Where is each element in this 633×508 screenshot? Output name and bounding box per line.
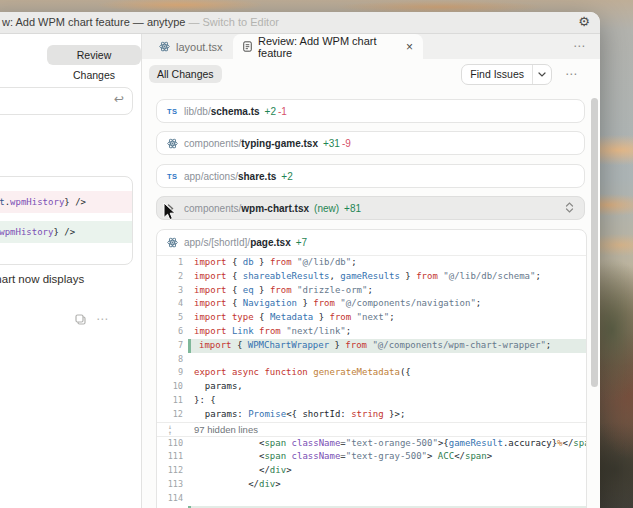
additions-count: +2 [265, 106, 276, 117]
code-line-1: 1import { db } from "@/lib/db"; [157, 256, 586, 270]
review-changes-button[interactable]: Review Changes [47, 45, 141, 65]
code-line-113: 113 </div> [157, 478, 586, 492]
undo-icon[interactable]: ↩ [114, 92, 124, 106]
code-line-8: 8 [157, 353, 586, 367]
window-titlebar[interactable]: w: Add WPM chart feature — anytype — Swi… [0, 12, 600, 34]
review-panel: layout.tsx Review: Add WPM chart feature… [142, 34, 600, 508]
code-line-114: 114 [157, 492, 586, 506]
changes-list: TSlib/db/schema.ts+2-1components/typing-… [142, 88, 600, 508]
hidden-lines-row[interactable]: ↓↑ 97 hidden lines [157, 422, 586, 437]
line-number: 112 [157, 464, 183, 478]
line-number: 6 [157, 325, 183, 339]
toolbar-more-icon[interactable]: ⋯ [565, 67, 578, 81]
additions-count: +81 [344, 203, 361, 214]
vertical-scrollbar[interactable] [591, 98, 598, 387]
tab-review-add-wpm-chart[interactable]: Review: Add WPM chart feature × [233, 34, 423, 59]
code-line-6: 6import Link from "next/link"; [157, 325, 586, 339]
code-line-12: 12 params: Promise<{ shortId: string }>; [157, 408, 586, 422]
line-number: 4 [157, 297, 183, 311]
line-number: 12 [157, 408, 183, 422]
find-issues-button[interactable]: Find Issues [461, 64, 552, 85]
more-options-icon[interactable]: ⋯ [96, 312, 109, 326]
file-name: schema.ts [211, 106, 260, 117]
code-line-10: 10 params, [157, 380, 586, 394]
window-title-switch-editor[interactable]: — Switch to Editor [185, 16, 279, 28]
typescript-icon: TS [167, 172, 184, 181]
window-title-main: w: Add WPM chart feature — anytype [2, 16, 185, 28]
settings-gear-icon[interactable]: ⚙ [578, 14, 590, 29]
file-card-header[interactable]: app/s/[shortId]/page.tsx +7 [157, 230, 586, 256]
file-name: page.tsx [250, 237, 291, 248]
additions-count: +31 [323, 138, 340, 149]
hidden-lines-label: 97 hidden lines [183, 423, 258, 436]
code-line-112: 112 </div> [157, 464, 586, 478]
code-line-3: 3import { eq } from "drizzle-orm"; [157, 284, 586, 298]
line-number: 2 [157, 270, 183, 284]
react-icon [159, 41, 170, 52]
app-window: w: Add WPM chart feature — anytype — Swi… [0, 12, 600, 508]
message-box[interactable]: ↩ [0, 87, 133, 115]
window-title: w: Add WPM chart feature — anytype — Swi… [2, 16, 279, 28]
file-card-schema-ts[interactable]: TSlib/db/schema.ts+2-1 [156, 99, 585, 123]
react-icon [167, 237, 184, 248]
chat-panel: Review Changes ↩ sult.wpmHistory} /> lt.… [0, 34, 142, 508]
file-path: components/ [184, 203, 241, 214]
line-number: 3 [157, 284, 183, 298]
chat-message-text: e chart now displays [0, 273, 84, 285]
additions-count: +2 [281, 171, 292, 182]
code-line-4: 4import { Navigation } from "@/component… [157, 297, 586, 311]
code-line-7: 7import { WPMChartWrapper } from "@/comp… [157, 339, 586, 353]
line-number: 5 [157, 311, 183, 325]
line-number: 8 [157, 353, 183, 367]
tab-label: Review: Add WPM chart feature [258, 35, 398, 59]
diff-snippet-box: sult.wpmHistory} /> lt.wpmHistory} /> [0, 176, 133, 265]
line-number: 111 [157, 450, 183, 464]
close-tab-icon[interactable]: × [406, 40, 413, 54]
line-number: 114 [157, 492, 183, 506]
line-number: 11 [157, 394, 183, 408]
expand-collapse-icon[interactable] [565, 202, 574, 215]
file-name: typing-game.tsx [241, 138, 318, 149]
react-icon [167, 138, 184, 149]
diff-removed-line: sult.wpmHistory} /> [0, 191, 132, 213]
code-line-111: 111 <span className="text-gray-500"> ACC… [157, 450, 586, 464]
tabbar-more-icon[interactable]: ⋯ [573, 39, 586, 53]
file-path: components/ [184, 138, 241, 149]
file-name: share.ts [238, 171, 276, 182]
review-toolbar: All Changes Find Issues ⋯ [142, 59, 600, 89]
code-line-9: 9export async function generateMetadata(… [157, 366, 586, 380]
new-badge: (new) [314, 203, 339, 214]
find-issues-label: Find Issues [462, 65, 532, 84]
file-card-page-tsx: app/s/[shortId]/page.tsx +7 1import { db… [156, 229, 587, 508]
code-line-5: 5import type { Metadata } from "next"; [157, 311, 586, 325]
line-number: 1 [157, 256, 183, 270]
code-line-2: 2import { shareableResults, gameResults … [157, 270, 586, 284]
line-number: 113 [157, 478, 183, 492]
file-path: app/s/[shortId]/ [184, 237, 250, 248]
file-path: lib/db/ [184, 106, 211, 117]
tab-bar: layout.tsx Review: Add WPM chart feature… [142, 34, 600, 59]
code-view: 1import { db } from "@/lib/db";2import {… [157, 256, 586, 508]
line-number: 9 [157, 366, 183, 380]
file-card-typing-game-tsx[interactable]: components/typing-game.tsx+31-9 [156, 131, 585, 155]
diff-added-line: lt.wpmHistory} /> [0, 221, 132, 243]
tab-layout-tsx[interactable]: layout.tsx [149, 34, 233, 59]
file-path: app/actions/ [184, 171, 238, 182]
deletions-count: -1 [278, 106, 287, 117]
all-changes-button[interactable]: All Changes [149, 65, 222, 83]
file-name: wpm-chart.tsx [241, 203, 309, 214]
deletions-count: -9 [342, 138, 351, 149]
file-card-share-ts[interactable]: TSapp/actions/share.ts+2 [156, 164, 585, 188]
file-card-wpm-chart-tsx[interactable]: components/wpm-chart.tsx(new)+81 [156, 196, 585, 220]
line-number: 7 [157, 339, 183, 353]
code-line-11: 11}: { [157, 394, 586, 408]
review-doc-icon [243, 41, 252, 52]
expand-arrows-icon[interactable]: ↓↑ [157, 423, 183, 436]
tab-label: layout.tsx [176, 41, 222, 53]
line-number: 10 [157, 380, 183, 394]
line-number: 110 [157, 437, 183, 451]
chevron-down-icon[interactable] [533, 65, 551, 84]
copy-icon[interactable] [75, 314, 86, 325]
mouse-cursor [163, 202, 176, 225]
code-line-110: 110 <span className="text-orange-500">{g… [157, 437, 586, 451]
